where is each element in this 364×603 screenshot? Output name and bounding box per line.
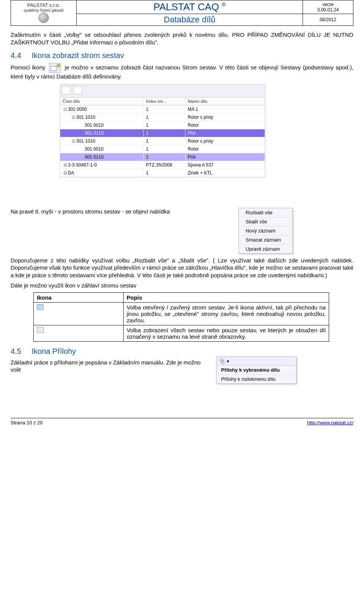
tree-grid: Číslo dílu Index zm… Název dílu ⊟301 000… — [60, 84, 265, 177]
cell-part-number: 301 0010 — [85, 146, 104, 152]
section-4-5-heading: 4.5 Ikona Přílohy — [11, 347, 353, 356]
logo-icon — [38, 13, 49, 23]
cell-part-name: Spona A 537 — [185, 161, 265, 169]
attachments-menu: 📎 ▾ Přílohy k vybranému dílu Přílohy k r… — [216, 356, 297, 384]
sec44-p4: Dále je možno využít ikon v záhlaví stro… — [11, 282, 353, 289]
menu-delete-record[interactable]: Smazat záznam — [239, 236, 292, 245]
cell-index: PTZ.35/2006 — [144, 161, 185, 169]
icon-description-table: Ikona Popis Volba otevřený / zavřený str… — [33, 292, 329, 342]
version-value: 3.00.01.24 — [317, 7, 339, 13]
cell-part-number: 301 0010 — [85, 122, 104, 128]
tree-toggle-icon — [37, 304, 44, 310]
row2-desc: Volba zobrazení všech sestav nebo pouze … — [124, 325, 329, 341]
module-title: Databáze dílů — [164, 15, 215, 24]
table-row: Volba otevřený / zavřený strom sestav. J… — [34, 302, 329, 325]
cell-index: 1 — [144, 105, 185, 113]
cell-part-name: Píst — [185, 153, 265, 161]
tree-row[interactable]: ⊞3-3-30487-1-0PTZ.35/2006Spona A 537 — [60, 161, 265, 169]
tree-row[interactable]: ⊟301 00001MA 1 — [60, 105, 265, 113]
tree-row[interactable]: ⊞DA1Zinek + KTL — [60, 169, 265, 177]
tree-filter-icon — [37, 327, 44, 333]
th-icon: Ikona — [34, 292, 124, 302]
toolbar-btn-refresh-icon[interactable] — [62, 86, 71, 94]
cell-part-number: 301 0110 — [85, 130, 104, 136]
cell-part-name: Píst — [185, 129, 265, 137]
tree-toggle-icon[interactable]: ⊞ — [63, 162, 68, 168]
cell-part-name: MA 1 — [185, 105, 265, 113]
cell-index: 1 — [144, 129, 185, 137]
cell-part-name: Zinek + KTL — [185, 169, 265, 177]
version-label: verze — [322, 2, 333, 7]
tree-row[interactable]: ⊟301 10101Rotor s písty — [60, 137, 265, 145]
row1-desc: Volba otevřený / zavřený strom sestav. J… — [124, 302, 329, 325]
menu-collapse-all[interactable]: Sbalit vše — [239, 217, 292, 226]
tree-toggle-icon[interactable]: ⊞ — [63, 170, 68, 176]
intro-paragraph: Zaškrtnutím v části „Volby" se odsouhlas… — [11, 31, 353, 46]
page-number: Strana 10 z 20 — [11, 420, 43, 426]
section-4-4-heading: 4.4 Ikona zobrazit strom sestav — [11, 51, 353, 60]
col-index[interactable]: Index zm… — [144, 97, 185, 105]
cell-part-number: 301 1010 — [76, 138, 95, 144]
cell-part-number: DA — [68, 170, 74, 176]
tree-toggle-icon[interactable]: ⊟ — [71, 115, 76, 120]
cell-index: 1 — [144, 145, 185, 153]
th-desc: Popis — [124, 292, 329, 302]
tree-toolbar — [60, 85, 265, 97]
page-footer: Strana 10 z 20 http://www.palstat.cz/ — [11, 418, 353, 426]
company-name: PALSTAT s.r.o. — [27, 2, 60, 8]
cell-part-number: 301 0000 — [68, 107, 87, 112]
tree-toggle-icon[interactable]: ⊟ — [71, 138, 76, 144]
tree-row[interactable]: 301 00101Rotor — [60, 121, 265, 129]
menu-expand-all[interactable]: Rozbalit vše — [239, 208, 292, 217]
menu-attachments-pedigree[interactable]: Přílohy k rodokmenu dílu — [217, 375, 296, 383]
doc-header: PALSTAT s.r.o. systémy řízení jakosti PA… — [11, 0, 353, 26]
footer-link[interactable]: http://www.palstat.cz/ — [307, 420, 353, 426]
tree-row[interactable]: ⊟301 10101Rotor s písty — [60, 113, 265, 121]
app-title: PALSTAT CAQ ® — [154, 1, 226, 13]
col-part-name[interactable]: Název dílu — [185, 97, 265, 105]
tree-toggle-icon[interactable]: ⊟ — [63, 107, 68, 112]
cell-part-name: Rotor — [185, 145, 265, 153]
cell-part-name: Rotor — [185, 121, 265, 129]
toolbar-btn-filter-icon[interactable] — [73, 86, 82, 94]
table-row: Volba zobrazení všech sestav nebo pouze … — [34, 325, 329, 341]
tree-row[interactable]: 301 01101Píst — [60, 153, 265, 161]
cell-index: 1 — [144, 153, 185, 161]
cell-part-number: 301 1010 — [76, 115, 95, 120]
menu-new-record[interactable]: Nový záznam — [239, 226, 292, 236]
cell-index: 1 — [144, 169, 185, 177]
doc-date: 06/2012 — [320, 17, 336, 22]
sec44-p2: Na pravé tl. myši - v prostoru stromu se… — [11, 208, 353, 215]
cell-index: 1 — [144, 121, 185, 129]
cell-part-name: Rotor s písty — [185, 113, 265, 121]
paperclip-icon: 📎 — [219, 358, 225, 364]
tree-view-icon — [49, 63, 61, 73]
menu-attachments-selected[interactable]: Přílohy k vybranému dílu — [217, 366, 296, 375]
cell-part-name: Rotor s písty — [185, 137, 265, 145]
sec44-p1: Pomocí ikony je možno v seznamu zobrazit… — [11, 63, 353, 80]
sec44-p3: Doporučujeme z této nabídky využívat vol… — [11, 257, 353, 279]
cell-index: 1 — [144, 137, 185, 145]
tree-row[interactable]: 301 01101Píst — [60, 129, 265, 137]
cell-part-number: 301 0110 — [85, 154, 104, 160]
tree-header-row: Číslo dílu Index zm… Název dílu — [60, 97, 265, 105]
company-sub: systémy řízení jakosti — [24, 8, 63, 13]
context-menu: Rozbalit vše Sbalit vše Nový záznam Smaz… — [238, 208, 293, 254]
cell-index: 1 — [144, 113, 185, 121]
menu-edit-record[interactable]: Upravit záznam — [239, 245, 292, 253]
tree-row[interactable]: 301 00101Rotor — [60, 145, 265, 153]
col-part-number[interactable]: Číslo dílu — [60, 97, 144, 105]
sec45-p1: Základní práce s přílohami je popsána v … — [11, 359, 208, 374]
attachments-menu-header: 📎 ▾ — [217, 357, 296, 366]
cell-part-number: 3-3-30487-1-0 — [68, 162, 97, 168]
